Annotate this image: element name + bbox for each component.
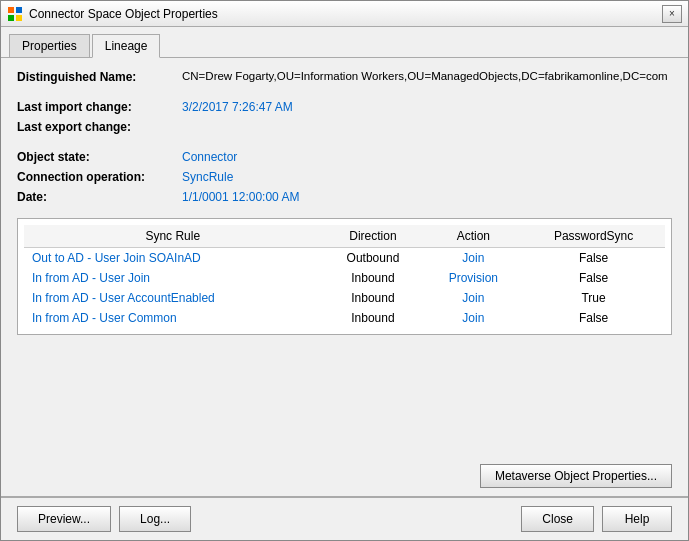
object-state-value: Connector [182,150,237,164]
last-import-value: 3/2/2017 7:26:47 AM [182,100,293,114]
sync-rules-table-container: Sync Rule Direction Action PasswordSync … [17,218,672,335]
col-password-sync: PasswordSync [522,225,665,248]
last-import-label: Last import change: [17,100,182,114]
table-row[interactable]: In from AD - User CommonInboundJoinFalse [24,308,665,328]
col-direction: Direction [322,225,425,248]
app-icon [7,6,23,22]
cell-sync-rule: In from AD - User Common [24,308,322,328]
object-state-row: Object state: Connector [17,150,672,164]
metaverse-button-row: Metaverse Object Properties... [1,456,688,496]
cell-sync-rule: In from AD - User AccountEnabled [24,288,322,308]
cell-sync-rule: In from AD - User Join [24,268,322,288]
cell-action: Join [424,288,522,308]
date-value: 1/1/0001 12:00:00 AM [182,190,299,204]
cell-action: Join [424,248,522,269]
object-state-label: Object state: [17,150,182,164]
help-button[interactable]: Help [602,506,672,532]
close-button[interactable]: × [662,5,682,23]
connection-op-value: SyncRule [182,170,233,184]
col-action: Action [424,225,522,248]
svg-rect-3 [16,15,22,21]
close-dialog-button[interactable]: Close [521,506,594,532]
table-header-row: Sync Rule Direction Action PasswordSync [24,225,665,248]
tab-lineage[interactable]: Lineage [92,34,161,58]
metaverse-props-button[interactable]: Metaverse Object Properties... [480,464,672,488]
distinguished-name-row: Distinguished Name: CN=Drew Fogarty,OU=I… [17,70,672,84]
content-area: Distinguished Name: CN=Drew Fogarty,OU=I… [1,58,688,456]
cell-sync-rule: Out to AD - User Join SOAInAD [24,248,322,269]
cell-password-sync: False [522,248,665,269]
window: Connector Space Object Properties × Prop… [0,0,689,541]
cell-direction: Inbound [322,308,425,328]
date-row: Date: 1/1/0001 12:00:00 AM [17,190,672,204]
svg-rect-0 [8,7,14,13]
footer: Preview... Log... Close Help [1,496,688,540]
distinguished-name-label: Distinguished Name: [17,70,182,84]
sync-rules-table: Sync Rule Direction Action PasswordSync … [24,225,665,328]
connection-op-label: Connection operation: [17,170,182,184]
cell-password-sync: False [522,268,665,288]
cell-direction: Outbound [322,248,425,269]
table-row[interactable]: In from AD - User JoinInboundProvisionFa… [24,268,665,288]
svg-rect-2 [8,15,14,21]
title-bar: Connector Space Object Properties × [1,1,688,27]
last-export-label: Last export change: [17,120,182,134]
cell-direction: Inbound [322,268,425,288]
preview-button[interactable]: Preview... [17,506,111,532]
cell-password-sync: True [522,288,665,308]
distinguished-name-value: CN=Drew Fogarty,OU=Information Workers,O… [182,70,668,82]
cell-action: Join [424,308,522,328]
last-export-row: Last export change: [17,120,672,134]
cell-direction: Inbound [322,288,425,308]
date-label: Date: [17,190,182,204]
svg-rect-1 [16,7,22,13]
col-sync-rule: Sync Rule [24,225,322,248]
log-button[interactable]: Log... [119,506,191,532]
connection-op-row: Connection operation: SyncRule [17,170,672,184]
tab-properties[interactable]: Properties [9,34,90,58]
window-title: Connector Space Object Properties [29,7,218,21]
cell-action: Provision [424,268,522,288]
table-row[interactable]: Out to AD - User Join SOAInADOutboundJoi… [24,248,665,269]
table-row[interactable]: In from AD - User AccountEnabledInboundJ… [24,288,665,308]
last-import-row: Last import change: 3/2/2017 7:26:47 AM [17,100,672,114]
tab-bar: Properties Lineage [1,27,688,58]
cell-password-sync: False [522,308,665,328]
